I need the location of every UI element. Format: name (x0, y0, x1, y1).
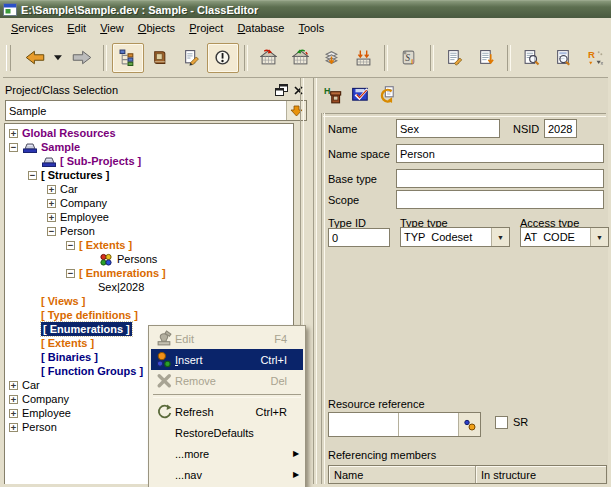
tree-expander-minus-icon[interactable]: − (47, 227, 56, 236)
apply-save-icon (351, 85, 370, 103)
script-info-button[interactable]: Si (393, 43, 425, 73)
float-panel-button[interactable] (274, 83, 289, 97)
sr-checkbox[interactable] (495, 416, 508, 429)
resource-reference-input-1[interactable] (329, 413, 399, 436)
edit-document-icon (183, 49, 200, 66)
context-menu-item-nav[interactable]: ...nav▶ (151, 464, 303, 485)
column-header-name[interactable]: Name (329, 466, 476, 484)
tree-item-persons[interactable]: Persons (5, 252, 293, 266)
context-menu-item-refresh[interactable]: RefreshCtrl+R (151, 401, 303, 422)
tree-item-label: [ Structures ] (41, 168, 109, 182)
tree-item-label: [ Enumerations ] (41, 322, 132, 336)
forward-button[interactable] (66, 43, 98, 73)
type-id-input[interactable] (328, 228, 390, 247)
menu-item-shortcut: Ctrl+I (260, 354, 287, 366)
menu-item-label: ...more (175, 448, 287, 460)
tree-expander-minus-icon[interactable]: − (9, 143, 18, 152)
menu-view[interactable]: View (93, 20, 131, 36)
tree-item-car[interactable]: +Car (5, 182, 293, 196)
panel-title: Project/Class Selection (5, 84, 272, 96)
menu-project[interactable]: Project (182, 20, 230, 36)
tree-item-sub-projects[interactable]: [ Sub-Projects ] (5, 154, 293, 168)
resource-reference-input-2[interactable] (399, 413, 458, 436)
export-structure-button[interactable] (284, 43, 316, 73)
tree-expander-plus-icon[interactable]: + (9, 381, 18, 390)
tree-item-enumerations[interactable]: −[ Enumerations ] (5, 266, 293, 280)
hammer-h-button[interactable]: H (321, 82, 347, 106)
doc-search2-icon (555, 49, 572, 66)
tree-item-person[interactable]: −Person (5, 224, 293, 238)
tree-expander-minus-icon[interactable]: − (66, 241, 75, 250)
nsid-input[interactable] (544, 119, 577, 138)
apply-save-button[interactable] (347, 82, 373, 106)
tree-item-type-definitions[interactable]: [ Type definitions ] (5, 308, 293, 322)
grid-down-icon (355, 49, 372, 66)
tree-expander-plus-icon[interactable]: + (9, 395, 18, 404)
access-type-value: AT CODE (521, 231, 590, 243)
project-combo-input[interactable] (6, 101, 286, 120)
tree-expander-plus-icon[interactable]: + (9, 409, 18, 418)
back-arrow-icon (24, 50, 46, 65)
namespace-label: Name space (328, 148, 390, 160)
app-icon (3, 3, 17, 16)
dropdown-arrow-icon[interactable]: ▼ (491, 228, 509, 246)
tree-item-label: Global Resources (22, 126, 116, 140)
scope-input[interactable] (396, 190, 604, 209)
tree-expander-plus-icon[interactable]: + (47, 199, 56, 208)
context-menu-item-restoredefaults[interactable]: RestoreDefaults (151, 422, 303, 443)
toolbar-gripper[interactable] (6, 45, 11, 71)
dropdown-arrow-icon[interactable]: ▼ (590, 228, 608, 246)
tree-item-extents[interactable]: −[ Extents ] (5, 238, 293, 252)
tree-item-company[interactable]: +Company (5, 196, 293, 210)
type-type-select[interactable]: TYP Codeset ▼ (400, 227, 510, 247)
history-dropdown-button[interactable] (51, 43, 67, 73)
class-editor-button[interactable] (207, 43, 239, 73)
menu-tools[interactable]: Tools (291, 20, 331, 36)
tree-item-sample[interactable]: −Sample (5, 140, 293, 154)
tree-expander-plus-icon[interactable]: + (9, 423, 18, 432)
table-load-button[interactable] (348, 43, 380, 73)
document-edit-button[interactable] (439, 43, 471, 73)
undo-button[interactable] (373, 82, 399, 106)
tree-expander-minus-icon[interactable]: − (28, 171, 37, 180)
tree-item-global-resources[interactable]: +Global Resources (5, 126, 293, 140)
dropdown-arrow-icon (54, 55, 63, 61)
column-header-in-structure[interactable]: In structure (476, 466, 606, 484)
tree-item-structures[interactable]: −[ Structures ] (5, 168, 293, 182)
tree-item-employee[interactable]: +Employee (5, 210, 293, 224)
tree-item-sex-2028[interactable]: Sex|2028 (5, 280, 293, 294)
document-search-button[interactable] (516, 43, 548, 73)
book-button[interactable] (144, 43, 176, 73)
menu-services[interactable]: Services (4, 20, 60, 36)
resource-picker-button[interactable] (458, 413, 480, 436)
document-export-button[interactable] (470, 43, 502, 73)
access-type-select[interactable]: AT CODE ▼ (520, 227, 609, 247)
tree-expander-plus-icon[interactable]: + (47, 185, 56, 194)
tree-expander-plus-icon[interactable]: + (47, 213, 56, 222)
toolbar-separator (244, 45, 248, 71)
r-navigation-button[interactable]: R (579, 43, 611, 73)
menu-database[interactable]: Database (230, 20, 291, 36)
project-icon (22, 141, 38, 154)
tree-item-label: Sample (41, 140, 80, 154)
import-structure-button[interactable] (253, 43, 285, 73)
menu-item-label: RestoreDefaults (175, 427, 287, 439)
class-tree-button[interactable] (112, 43, 144, 73)
context-menu-item-insert[interactable]: InsertCtrl+I (151, 349, 303, 370)
panel-header: Project/Class Selection (5, 81, 306, 99)
tree-expander-minus-icon[interactable]: − (66, 269, 75, 278)
menu-edit[interactable]: Edit (60, 20, 93, 36)
tree-expander-plus-icon[interactable]: + (9, 129, 18, 138)
edit-document-button[interactable] (175, 43, 207, 73)
base-type-input[interactable] (396, 169, 604, 188)
back-button[interactable] (19, 43, 51, 73)
context-menu-item-remove[interactable]: RemoveDel (151, 370, 303, 391)
name-input[interactable] (396, 119, 500, 138)
context-menu-item-more[interactable]: ...more▶ (151, 443, 303, 464)
stack-export-button[interactable] (316, 43, 348, 73)
document-preview-button[interactable] (548, 43, 580, 73)
menu-objects[interactable]: Objects (131, 20, 182, 36)
tree-item-views[interactable]: [ Views ] (5, 294, 293, 308)
namespace-input[interactable] (396, 144, 604, 163)
context-menu-item-edit[interactable]: EditF4 (151, 328, 303, 349)
